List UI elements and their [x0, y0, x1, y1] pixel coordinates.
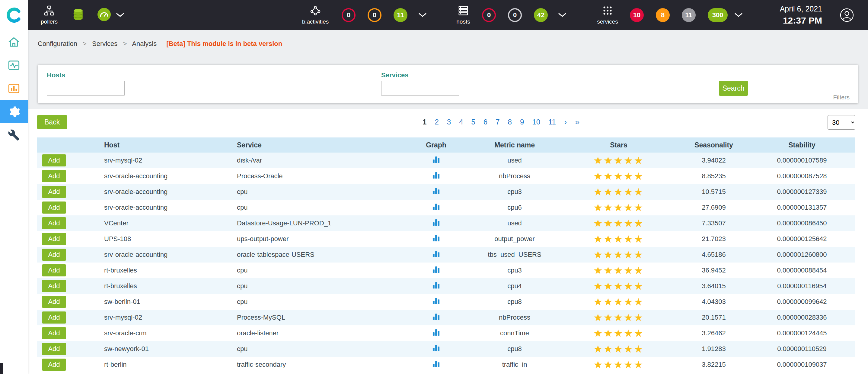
status-badge-outline-red[interactable]: 0 [342, 8, 355, 22]
business-activities-icon [310, 5, 321, 16]
breadcrumb-separator: > [123, 40, 127, 48]
sidebar [0, 30, 28, 374]
add-button[interactable]: Add [42, 327, 66, 339]
add-cell: Add [37, 186, 100, 198]
host-cell: UPS-108 [100, 235, 232, 243]
host-cell: srv-mysql-02 [100, 314, 232, 321]
graph-icon[interactable] [432, 187, 440, 195]
page-link-4[interactable]: 4 [459, 118, 463, 126]
status-badge-outline-red[interactable]: 0 [482, 8, 496, 22]
page-link-9[interactable]: 9 [520, 118, 524, 126]
graph-icon[interactable] [432, 328, 440, 337]
service-cell: cpu [232, 298, 401, 306]
hosts-menu[interactable]: hosts [448, 0, 478, 30]
status-badge-solid-green[interactable]: 300 [708, 8, 728, 22]
graph-icon[interactable] [432, 344, 440, 352]
add-button[interactable]: Add [42, 217, 66, 229]
services-menu[interactable]: services [589, 0, 626, 30]
page-link-2[interactable]: 2 [435, 118, 438, 126]
page-link-1[interactable]: 1 [423, 118, 427, 126]
status-badge-solid-orange[interactable]: 8 [656, 8, 670, 22]
status-badge-solid-gray[interactable]: 11 [682, 8, 696, 22]
stability-cell: 0.000000124445 [748, 329, 855, 337]
graph-icon[interactable] [432, 297, 440, 305]
graph-icon[interactable] [432, 171, 440, 179]
add-cell: Add [37, 296, 100, 308]
page-link-10[interactable]: 10 [532, 118, 540, 126]
next-page-icon[interactable]: › [564, 117, 567, 127]
sidebar-item-administration[interactable] [0, 123, 28, 146]
service-cell: cpu [232, 188, 401, 196]
add-button[interactable]: Add [42, 280, 66, 292]
add-button[interactable]: Add [42, 312, 66, 323]
breadcrumb: Configuration > Services > Analysis [Bet… [38, 40, 868, 48]
page-link-3[interactable]: 3 [447, 118, 451, 126]
page-link-11[interactable]: 11 [548, 118, 556, 126]
business-activities-chevron-down-icon[interactable] [418, 13, 427, 17]
hosts-chevron-down-icon[interactable] [558, 13, 566, 17]
search-button[interactable]: Search [719, 81, 748, 96]
add-button[interactable]: Add [42, 186, 66, 198]
services-chevron-down-icon[interactable] [735, 13, 742, 17]
user-profile-icon[interactable] [840, 8, 854, 22]
page-link-5[interactable]: 5 [471, 118, 475, 126]
status-badge-solid-green[interactable]: 11 [394, 8, 407, 22]
graph-icon[interactable] [432, 202, 440, 211]
sidebar-item-configuration[interactable] [0, 100, 28, 123]
graph-cell [401, 312, 471, 323]
filter-panel: Hosts Services Search Filters [38, 65, 858, 103]
back-button[interactable]: Back [37, 115, 67, 129]
metric-cell: cpu6 [471, 204, 558, 211]
status-badge-outline-orange[interactable]: 0 [368, 8, 381, 22]
page-link-6[interactable]: 6 [484, 118, 488, 126]
status-badge-solid-green[interactable]: 42 [534, 8, 548, 22]
sidebar-item-reporting[interactable] [0, 77, 28, 100]
add-button[interactable]: Add [42, 343, 66, 355]
add-button[interactable]: Add [42, 296, 66, 308]
poller-database-status-icon[interactable] [71, 8, 85, 22]
last-page-icon[interactable]: » [575, 117, 580, 127]
graph-icon[interactable] [432, 281, 440, 289]
hosts-filter-input[interactable] [47, 81, 125, 96]
table-row: Addsrv-mysql-02Process-MySQLnbProcess★★★… [37, 310, 855, 325]
status-badge-outline-gray[interactable]: 0 [508, 8, 522, 22]
business-activities-menu[interactable]: b.activities [294, 0, 337, 30]
graph-icon[interactable] [432, 250, 440, 258]
status-badge-solid-red[interactable]: 10 [630, 8, 644, 22]
breadcrumb-configuration[interactable]: Configuration [38, 40, 77, 48]
graph-icon[interactable] [432, 234, 440, 242]
pollers-menu[interactable]: pollers [36, 0, 63, 30]
business-activities-badges: 0011 [342, 8, 407, 22]
add-button[interactable]: Add [42, 249, 66, 261]
graph-icon[interactable] [432, 312, 440, 321]
filters-toggle[interactable]: Filters [833, 94, 849, 101]
page-link-8[interactable]: 8 [508, 118, 512, 126]
breadcrumb-services[interactable]: Services [92, 40, 117, 48]
page-size-select[interactable]: 30 [828, 115, 855, 130]
add-button[interactable]: Add [42, 154, 66, 167]
add-button[interactable]: Add [42, 264, 66, 277]
add-cell: Add [37, 249, 100, 261]
breadcrumb-analysis[interactable]: Analysis [132, 40, 157, 48]
graph-icon[interactable] [432, 265, 440, 274]
page-link-7[interactable]: 7 [496, 118, 499, 126]
add-button[interactable]: Add [42, 170, 66, 182]
business-activities-label: b.activities [302, 19, 329, 25]
graph-cell [401, 281, 471, 291]
sidebar-item-monitoring[interactable] [0, 54, 28, 77]
centreon-logo[interactable] [0, 0, 28, 30]
add-button[interactable]: Add [42, 233, 66, 245]
poller-latency-status-icon[interactable] [97, 7, 111, 23]
add-button[interactable]: Add [42, 201, 66, 213]
graph-icon[interactable] [432, 155, 440, 164]
graph-icon[interactable] [432, 359, 440, 368]
pollers-chevron-down-icon[interactable] [116, 13, 124, 17]
seasonality-cell: 7.33507 [679, 219, 748, 227]
sidebar-item-home[interactable] [0, 30, 28, 54]
graph-icon[interactable] [432, 218, 440, 227]
services-filter-input[interactable] [381, 81, 459, 96]
add-cell: Add [37, 343, 100, 355]
service-cell: traffic-secondary [232, 361, 401, 369]
table-row: Addsrv-oracle-accountingoracle-tablespac… [37, 247, 855, 262]
add-button[interactable]: Add [42, 358, 66, 371]
